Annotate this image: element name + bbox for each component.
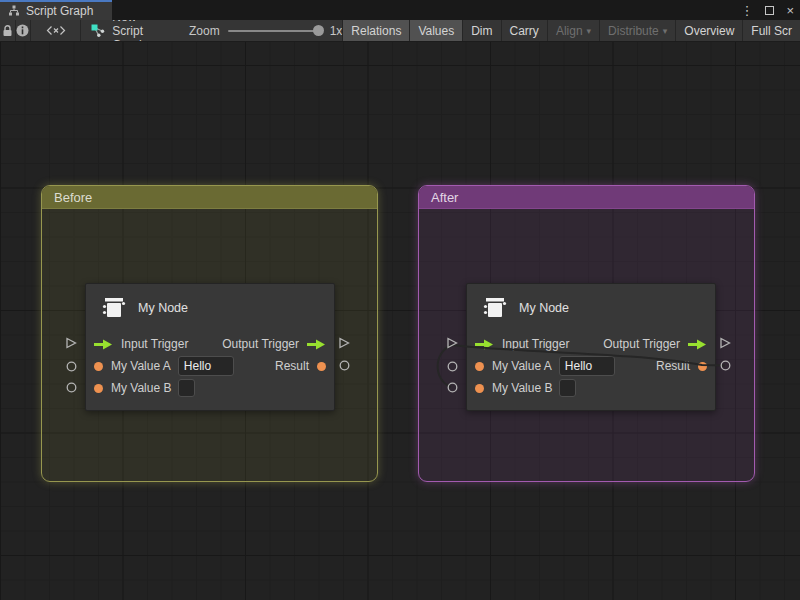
value-a-input[interactable]	[559, 356, 615, 376]
outer-value-b-port[interactable]	[447, 382, 458, 393]
info-icon	[16, 24, 29, 37]
value-a-port-icon[interactable]	[475, 362, 484, 371]
value-b-label: My Value B	[492, 381, 552, 395]
distribute-dropdown[interactable]: Distribute ▾	[599, 20, 675, 41]
trigger-row: Input Trigger Output Trigger	[86, 333, 334, 355]
code-icon	[46, 25, 66, 36]
unit-icon	[481, 296, 508, 320]
value-a-label: My Value A	[111, 359, 171, 373]
fullscreen-label: Full Scr	[751, 24, 792, 38]
unit-icon	[100, 296, 127, 320]
relations-label: Relations	[351, 24, 401, 38]
carry-label: Carry	[510, 24, 539, 38]
align-dropdown[interactable]: Align ▾	[547, 20, 599, 41]
outer-output-trigger-port[interactable]	[719, 337, 731, 349]
result-port-icon[interactable]	[698, 362, 707, 371]
zoom-slider[interactable]	[228, 30, 322, 32]
code-view-button[interactable]	[31, 20, 81, 41]
distribute-label: Distribute	[608, 24, 659, 38]
value-b-input[interactable]	[178, 379, 195, 397]
value-a-port-icon[interactable]	[94, 362, 103, 371]
zoom-control: Zoom 1x	[175, 20, 342, 41]
group-after-title: After	[431, 190, 458, 205]
graph-title-button[interactable]: New Script Graph	[81, 20, 175, 41]
values-label: Values	[418, 24, 454, 38]
chevron-down-icon: ▾	[663, 26, 668, 36]
output-trigger-port-icon[interactable]	[307, 339, 326, 350]
output-trigger-port-icon[interactable]	[688, 339, 707, 350]
output-trigger-label: Output Trigger	[222, 337, 299, 351]
outer-value-a-port[interactable]	[66, 361, 77, 372]
trigger-row: Input Trigger Output Trigger	[467, 333, 715, 355]
zoom-label: Zoom	[189, 24, 220, 38]
align-label: Align	[556, 24, 583, 38]
outer-result-port[interactable]	[720, 360, 731, 371]
value-b-row: My Value B	[86, 377, 334, 399]
values-button[interactable]: Values	[409, 20, 462, 41]
result-label: Result	[656, 359, 690, 373]
input-trigger-port-icon[interactable]	[475, 339, 494, 350]
tab-script-graph[interactable]: Script Graph	[0, 0, 112, 20]
overview-button[interactable]: Overview	[675, 20, 742, 41]
value-b-label: My Value B	[111, 381, 171, 395]
info-button[interactable]	[16, 20, 32, 41]
value-b-port-icon[interactable]	[94, 384, 103, 393]
fullscreen-button[interactable]: Full Scr	[742, 20, 800, 41]
value-a-row: My Value A Result	[467, 355, 715, 377]
outer-input-trigger-port[interactable]	[446, 337, 458, 349]
result-port-icon[interactable]	[317, 362, 326, 371]
outer-input-trigger-port[interactable]	[65, 337, 77, 349]
node-my-node-before[interactable]: My Node Input Trigger Output Trigger	[85, 283, 335, 411]
outer-value-a-port[interactable]	[447, 361, 458, 372]
graph-icon	[91, 24, 106, 38]
value-b-port-icon[interactable]	[475, 384, 484, 393]
dim-button[interactable]: Dim	[462, 20, 500, 41]
node-title: My Node	[519, 301, 569, 315]
result-label: Result	[275, 359, 309, 373]
carry-button[interactable]: Carry	[501, 20, 547, 41]
value-b-input[interactable]	[559, 379, 576, 397]
graph-canvas[interactable]: Before After My Node	[0, 42, 800, 600]
value-b-row: My Value B	[467, 377, 715, 399]
node-title: My Node	[138, 301, 188, 315]
outer-result-port[interactable]	[339, 360, 350, 371]
overview-label: Overview	[684, 24, 734, 38]
window-tab-bar: Script Graph ⋮ ×	[0, 0, 800, 20]
maximize-icon[interactable]	[765, 6, 774, 15]
outer-output-trigger-port[interactable]	[338, 337, 350, 349]
group-after-header[interactable]: After	[419, 186, 754, 209]
input-trigger-label: Input Trigger	[502, 337, 569, 351]
tab-label: Script Graph	[26, 4, 93, 18]
chevron-down-icon: ▾	[587, 26, 592, 36]
outer-value-b-port[interactable]	[66, 382, 77, 393]
close-icon[interactable]: ×	[786, 4, 794, 17]
node-my-node-after[interactable]: My Node Input Trigger Output Trigger	[466, 283, 716, 411]
group-before-header[interactable]: Before	[42, 186, 377, 209]
value-a-input[interactable]	[178, 356, 234, 376]
input-trigger-label: Input Trigger	[121, 337, 188, 351]
lock-button[interactable]	[0, 20, 16, 41]
lock-icon	[2, 25, 13, 37]
zoom-value: 1x	[330, 24, 343, 38]
dim-label: Dim	[471, 24, 492, 38]
zoom-slider-thumb[interactable]	[313, 25, 324, 36]
output-trigger-label: Output Trigger	[603, 337, 680, 351]
group-before-title: Before	[54, 190, 92, 205]
kebab-menu-icon[interactable]: ⋮	[740, 4, 753, 17]
input-trigger-port-icon[interactable]	[94, 339, 113, 350]
graph-toolbar: New Script Graph Zoom 1x Relations Value…	[0, 20, 800, 42]
value-a-label: My Value A	[492, 359, 552, 373]
hierarchy-icon	[8, 5, 20, 17]
relations-button[interactable]: Relations	[342, 20, 409, 41]
graph-title-label: New Script Graph	[112, 20, 165, 42]
value-a-row: My Value A Result	[86, 355, 334, 377]
